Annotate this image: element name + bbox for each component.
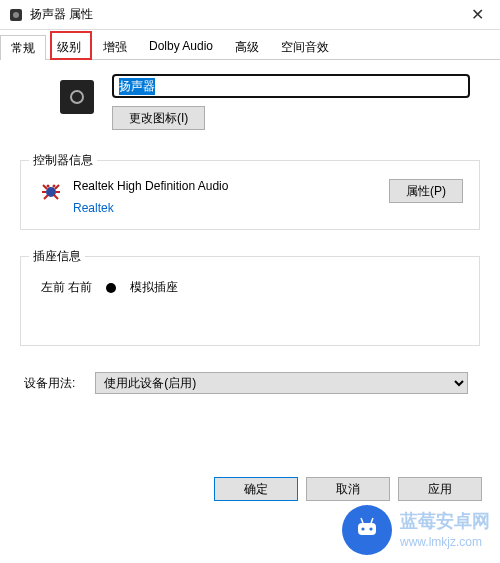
device-name-input[interactable] [112, 74, 470, 98]
watermark-badge-icon [342, 505, 392, 555]
realtek-icon [39, 179, 63, 203]
watermark-title: 蓝莓安卓网 [400, 509, 490, 534]
jack-group-title: 插座信息 [29, 248, 85, 265]
window-icon [8, 7, 24, 23]
usage-row: 设备用法: 使用此设备(启用) [20, 372, 480, 394]
svg-point-3 [47, 185, 50, 188]
usage-label: 设备用法: [24, 375, 75, 392]
svg-rect-5 [358, 523, 376, 535]
cancel-button[interactable]: 取消 [306, 477, 390, 501]
window-title: 扬声器 属性 [30, 6, 455, 23]
tab-content: 更改图标(I) 控制器信息 Realtek High Definition Au… [0, 60, 500, 394]
tab-spatial[interactable]: 空间音效 [270, 34, 340, 59]
svg-line-9 [371, 518, 373, 523]
device-row: 更改图标(I) [20, 74, 480, 130]
tab-general[interactable]: 常规 [0, 35, 46, 60]
tab-levels[interactable]: 级别 [46, 34, 92, 59]
usage-select[interactable]: 使用此设备(启用) [95, 372, 468, 394]
jack-type: 模拟插座 [130, 279, 178, 296]
svg-point-6 [361, 527, 364, 530]
tab-strip: 常规 级别 增强 Dolby Audio 高级 空间音效 [0, 34, 500, 60]
ok-button[interactable]: 确定 [214, 477, 298, 501]
controller-groupbox: 控制器信息 Realtek High Definition Audio Real… [20, 160, 480, 230]
svg-point-4 [53, 185, 56, 188]
jack-color-dot [106, 283, 116, 293]
svg-point-7 [369, 527, 372, 530]
controller-vendor: Realtek [73, 201, 379, 215]
change-icon-button[interactable]: 更改图标(I) [112, 106, 205, 130]
speaker-icon [60, 80, 94, 114]
tab-advanced[interactable]: 高级 [224, 34, 270, 59]
apply-button[interactable]: 应用 [398, 477, 482, 501]
controller-group-title: 控制器信息 [29, 152, 97, 169]
watermark: 蓝莓安卓网 www.lmkjz.com [342, 505, 490, 555]
jack-groupbox: 插座信息 左前 右前 模拟插座 [20, 256, 480, 346]
tab-dolby[interactable]: Dolby Audio [138, 34, 224, 59]
svg-line-8 [361, 518, 363, 523]
titlebar: 扬声器 属性 ✕ [0, 0, 500, 30]
close-button[interactable]: ✕ [455, 0, 500, 30]
dialog-footer: 确定 取消 应用 [214, 477, 482, 501]
svg-point-1 [13, 12, 19, 18]
controller-name: Realtek High Definition Audio [73, 179, 379, 193]
controller-properties-button[interactable]: 属性(P) [389, 179, 463, 203]
tab-enhancements[interactable]: 增强 [92, 34, 138, 59]
jack-position: 左前 右前 [41, 279, 92, 296]
watermark-url: www.lmkjz.com [400, 534, 490, 551]
